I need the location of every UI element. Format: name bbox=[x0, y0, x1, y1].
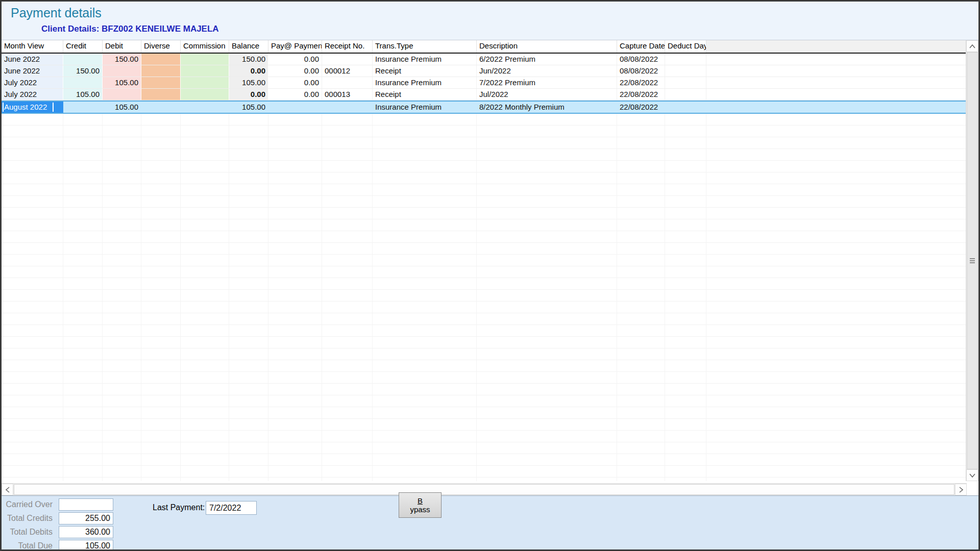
cell-capture-date[interactable]: 22/08/2022 bbox=[617, 89, 665, 100]
cell-credit[interactable] bbox=[63, 102, 103, 113]
total-due-input[interactable] bbox=[59, 540, 113, 551]
cell-capture-date[interactable]: 08/08/2022 bbox=[617, 65, 665, 77]
cell-receipt-no[interactable]: 000013 bbox=[322, 89, 373, 100]
cell-capture-date[interactable]: 22/08/2022 bbox=[617, 102, 665, 113]
cell-deduct-day[interactable] bbox=[665, 65, 706, 77]
cell-trans-type[interactable]: Receipt bbox=[373, 65, 477, 77]
last-payment-input[interactable] bbox=[206, 501, 257, 515]
cell-capture-date[interactable]: 08/08/2022 bbox=[617, 54, 665, 65]
column-header-deduct-day[interactable]: Deduct Day bbox=[665, 40, 706, 53]
table-row[interactable]: June 2022150.00150.000.00Insurance Premi… bbox=[2, 54, 967, 65]
cell-diverse[interactable] bbox=[141, 89, 181, 100]
cell-month[interactable]: June 2022 bbox=[2, 54, 63, 65]
cell-deduct-day[interactable] bbox=[665, 54, 706, 65]
payment-details-window: Payment details Client Details: BFZ002 K… bbox=[0, 0, 980, 551]
cell-trans-type[interactable]: Insurance Premium bbox=[373, 102, 477, 113]
horizontal-scrollbar[interactable] bbox=[2, 483, 967, 495]
cell-commission[interactable] bbox=[181, 102, 229, 113]
column-header-balance[interactable]: Balance bbox=[229, 40, 268, 53]
vertical-scrollbar-thumb[interactable] bbox=[967, 52, 978, 469]
cell-commission[interactable] bbox=[181, 77, 229, 88]
table-row[interactable]: June 2022150.000.000.00000012ReceiptJun/… bbox=[2, 65, 967, 77]
vertical-scrollbar[interactable] bbox=[966, 40, 978, 481]
empty-cell bbox=[2, 302, 63, 313]
column-header-commission[interactable]: Commission bbox=[181, 40, 229, 53]
cell-description[interactable]: Jun/2022 bbox=[477, 65, 617, 77]
cell-balance[interactable]: 150.00 bbox=[229, 54, 268, 65]
scroll-up-icon[interactable] bbox=[966, 40, 978, 52]
cell-trans-type[interactable]: Insurance Premium bbox=[373, 54, 477, 65]
cell-pay-at-payment[interactable] bbox=[268, 102, 322, 113]
column-header-receipt-no[interactable]: Receipt No. bbox=[322, 40, 373, 53]
cell-trans-type[interactable]: Insurance Premium bbox=[373, 77, 477, 88]
cell-balance[interactable]: 105.00 bbox=[229, 77, 268, 88]
cell-description[interactable]: Jul/2022 bbox=[477, 89, 617, 100]
cell-deduct-day[interactable] bbox=[665, 89, 706, 100]
cell-commission[interactable] bbox=[181, 54, 229, 65]
cell-debit[interactable]: 105.00 bbox=[103, 102, 141, 113]
empty-cell bbox=[63, 278, 103, 289]
empty-cell bbox=[268, 219, 322, 231]
empty-cell bbox=[477, 313, 617, 324]
empty-cell bbox=[268, 196, 322, 207]
cell-credit[interactable] bbox=[63, 54, 103, 65]
empty-cell bbox=[373, 395, 477, 407]
cell-commission[interactable] bbox=[181, 65, 229, 77]
column-header-diverse[interactable]: Diverse bbox=[141, 40, 181, 53]
table-row[interactable]: August 2022105.00105.00Insurance Premium… bbox=[2, 101, 967, 114]
scroll-down-icon[interactable] bbox=[966, 469, 978, 481]
cell-description[interactable]: 8/2022 Monthly Premium bbox=[477, 102, 617, 113]
column-header-description[interactable]: Description bbox=[477, 40, 617, 53]
cell-capture-date[interactable]: 22/08/2022 bbox=[617, 77, 665, 88]
cell-description[interactable]: 6/2022 Premium bbox=[477, 54, 617, 65]
empty-cell bbox=[229, 337, 268, 348]
column-header-capture-date[interactable]: Capture Date bbox=[617, 40, 665, 53]
cell-pay-at-payment[interactable]: 0.00 bbox=[268, 89, 322, 100]
cell-credit[interactable] bbox=[63, 77, 103, 88]
cell-receipt-no[interactable] bbox=[322, 77, 373, 88]
cell-month[interactable]: August 2022 bbox=[2, 102, 63, 113]
empty-cell bbox=[617, 372, 665, 383]
column-header-month-view[interactable]: Month View bbox=[2, 40, 63, 53]
cell-pay-at-payment[interactable]: 0.00 bbox=[268, 65, 322, 77]
cell-month[interactable]: July 2022 bbox=[2, 77, 63, 88]
table-row[interactable]: July 2022105.000.000.00000013ReceiptJul/… bbox=[2, 89, 967, 101]
cell-diverse[interactable] bbox=[141, 77, 181, 88]
cell-debit[interactable]: 105.00 bbox=[103, 77, 141, 88]
total-credits-input[interactable] bbox=[59, 512, 113, 524]
cell-diverse[interactable] bbox=[141, 102, 181, 113]
cell-debit[interactable]: 150.00 bbox=[103, 54, 141, 65]
total-debits-input[interactable] bbox=[59, 526, 113, 538]
cell-trans-type[interactable]: Receipt bbox=[373, 89, 477, 100]
carried-over-input[interactable] bbox=[59, 498, 113, 511]
cell-diverse[interactable] bbox=[141, 54, 181, 65]
cell-receipt-no[interactable] bbox=[322, 54, 373, 65]
scroll-right-icon[interactable] bbox=[955, 484, 967, 495]
cell-receipt-no[interactable] bbox=[322, 102, 373, 113]
cell-balance[interactable]: 105.00 bbox=[229, 102, 268, 113]
column-header-debit[interactable]: Debit bbox=[103, 40, 141, 53]
table-row[interactable]: July 2022105.00105.000.00Insurance Premi… bbox=[2, 77, 967, 89]
bypass-button[interactable]: Bypass bbox=[399, 492, 442, 518]
column-header-credit[interactable]: Credit bbox=[63, 40, 103, 53]
cell-deduct-day[interactable] bbox=[665, 102, 706, 113]
cell-pay-at-payment[interactable]: 0.00 bbox=[268, 77, 322, 88]
cell-pay-at-payment[interactable]: 0.00 bbox=[268, 54, 322, 65]
cell-description[interactable]: 7/2022 Premium bbox=[477, 77, 617, 88]
cell-balance[interactable]: 0.00 bbox=[229, 65, 268, 77]
cell-debit[interactable] bbox=[103, 65, 141, 77]
cell-deduct-day[interactable] bbox=[665, 77, 706, 88]
scroll-left-icon[interactable] bbox=[2, 484, 13, 495]
column-header-pay-payment[interactable]: Pay@ Payment bbox=[268, 40, 322, 53]
cell-debit[interactable] bbox=[103, 89, 141, 100]
cell-commission[interactable] bbox=[181, 89, 229, 100]
cell-receipt-no[interactable]: 000012 bbox=[322, 65, 373, 77]
cell-diverse[interactable] bbox=[141, 65, 181, 77]
cell-credit[interactable]: 105.00 bbox=[63, 89, 103, 100]
cell-credit[interactable]: 150.00 bbox=[63, 65, 103, 77]
column-header-trans-type[interactable]: Trans.Type bbox=[373, 40, 477, 53]
cell-month[interactable]: June 2022 bbox=[2, 65, 63, 77]
horizontal-scrollbar-thumb[interactable] bbox=[14, 484, 954, 495]
cell-balance[interactable]: 0.00 bbox=[229, 89, 268, 100]
cell-month[interactable]: July 2022 bbox=[2, 89, 63, 100]
